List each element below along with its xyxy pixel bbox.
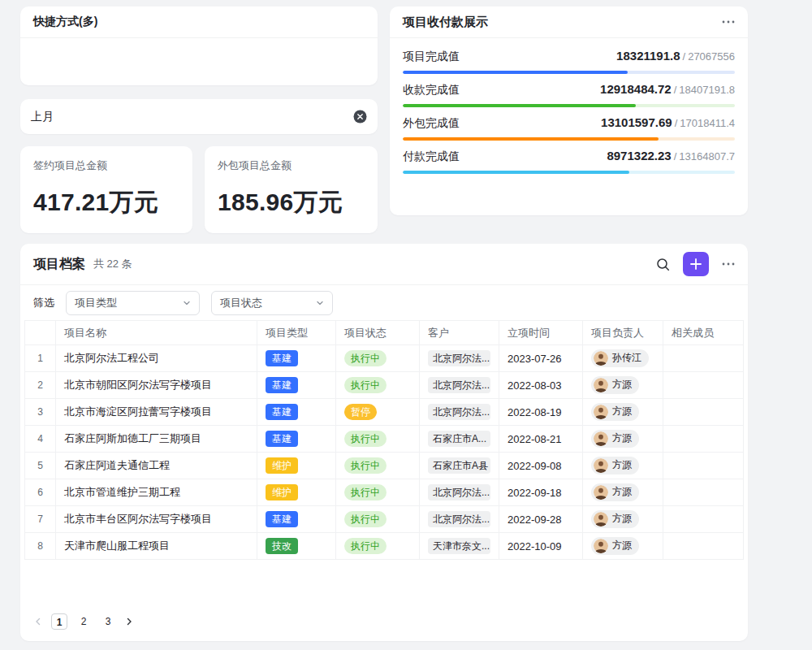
- projects-card-header: 项目档案 共 22 条: [20, 244, 748, 284]
- avatar: [594, 378, 608, 392]
- row-index: 8: [25, 533, 56, 560]
- col-members[interactable]: 相关成员: [663, 321, 744, 345]
- metric-values: 12918484.72/18407191.8: [600, 82, 735, 96]
- add-record-button[interactable]: [683, 252, 709, 276]
- col-customer[interactable]: 客户: [420, 321, 499, 345]
- table-actions: [656, 252, 735, 276]
- project-name-cell[interactable]: 北京市朝阳区阿尔法写字楼项目: [56, 372, 257, 399]
- col-status[interactable]: 项目状态: [336, 321, 420, 345]
- members-cell[interactable]: [663, 479, 744, 506]
- progress-track: [403, 171, 735, 174]
- owner-name: 方源: [612, 485, 632, 499]
- metric-label: 收款完成值: [403, 83, 460, 98]
- project-name-cell[interactable]: 北京阿尔法工程公司: [56, 345, 257, 372]
- members-cell[interactable]: [663, 372, 744, 399]
- customer-tag: 北京阿尔法...: [428, 350, 490, 366]
- prev-page-icon[interactable]: [33, 617, 43, 626]
- shortcuts-card: 快捷方式(多): [20, 6, 378, 85]
- start-date-cell[interactable]: 2023-07-26: [499, 345, 583, 372]
- col-name[interactable]: 项目名称: [56, 321, 257, 345]
- row-index: 1: [25, 345, 56, 372]
- project-type-filter[interactable]: 项目类型: [66, 291, 200, 315]
- progress-fill: [403, 104, 636, 107]
- start-date-cell[interactable]: 2022-09-08: [499, 453, 583, 479]
- quick-filter-bar[interactable]: 上月: [20, 99, 378, 134]
- start-date-cell[interactable]: 2022-08-03: [499, 372, 583, 399]
- table-row[interactable]: 6 北京市管道维护三期工程 维护 执行中 北京阿尔法... 2022-09-18…: [25, 479, 744, 506]
- metric-values: 18321191.8/27067556: [616, 49, 735, 63]
- table-row[interactable]: 7 北京市丰台区阿尔法写字楼项目 基建 执行中 北京阿尔法... 2022-09…: [25, 506, 744, 533]
- owner-name: 方源: [612, 378, 632, 392]
- owner-chip: 方源: [591, 430, 639, 448]
- table-header-row: 项目名称 项目类型 项目状态 客户 立项时间 项目负责人 相关成员: [25, 321, 744, 345]
- row-index: 2: [25, 372, 56, 399]
- project-status-badge: 执行中: [344, 431, 387, 447]
- project-name-cell[interactable]: 天津市爬山服工程项目: [56, 533, 257, 560]
- project-type-filter-label: 项目类型: [75, 296, 117, 310]
- projects-table: 项目名称 项目类型 项目状态 客户 立项时间 项目负责人 相关成员 1 北京阿尔…: [24, 320, 744, 560]
- members-cell[interactable]: [663, 345, 744, 372]
- project-status-filter-label: 项目状态: [220, 296, 262, 310]
- table-row[interactable]: 1 北京阿尔法工程公司 基建 执行中 北京阿尔法... 2023-07-26 孙…: [25, 345, 744, 372]
- members-cell[interactable]: [663, 533, 744, 560]
- project-name-cell[interactable]: 北京市海淀区阿拉蕾写字楼项目: [56, 399, 257, 426]
- members-cell[interactable]: [663, 506, 744, 533]
- outsourced-amount-value: 185.96万元: [218, 186, 365, 219]
- owner-name: 方源: [612, 512, 632, 526]
- search-icon[interactable]: [656, 258, 670, 271]
- start-date-cell[interactable]: 2022-09-18: [499, 479, 583, 506]
- chevron-down-icon: [316, 299, 324, 307]
- start-date-cell[interactable]: 2022-09-28: [499, 506, 583, 533]
- metric-values: 8971322.23/13164807.7: [607, 149, 735, 162]
- project-status-badge: 执行中: [344, 350, 387, 366]
- outsourced-amount-label: 外包项目总金额: [218, 158, 365, 173]
- progress-track: [403, 71, 735, 74]
- signed-amount-label: 签约项目总金额: [33, 158, 179, 173]
- project-name-cell[interactable]: 北京市管道维护三期工程: [56, 479, 257, 506]
- col-index: [25, 321, 56, 345]
- table-row[interactable]: 2 北京市朝阳区阿尔法写字楼项目 基建 执行中 北京阿尔法... 2022-08…: [25, 372, 744, 399]
- table-row[interactable]: 5 石家庄阿道夫通信工程 维护 执行中 石家庄市A县 2022-09-08 方源: [25, 453, 744, 479]
- more-icon[interactable]: [722, 20, 735, 24]
- project-name-cell[interactable]: 北京市丰台区阿尔法写字楼项目: [56, 506, 257, 533]
- members-cell[interactable]: [663, 453, 744, 479]
- owner-chip: 方源: [591, 403, 639, 421]
- clear-filter-icon[interactable]: [353, 110, 367, 124]
- page-button-2[interactable]: 2: [76, 613, 92, 630]
- owner-chip: 孙传江: [591, 349, 649, 367]
- avatar: [594, 405, 608, 419]
- payments-card-header: 项目收付款展示: [390, 6, 748, 38]
- payments-body: 项目完成值 18321191.8/27067556 收款完成值 12918484…: [390, 38, 748, 174]
- payment-metric-row: 项目完成值 18321191.8/27067556: [403, 49, 735, 74]
- payments-card: 项目收付款展示 项目完成值 18321191.8/27067556 收款完成值 …: [390, 6, 748, 215]
- project-name-cell[interactable]: 石家庄阿道夫通信工程: [56, 453, 257, 479]
- page-button-1[interactable]: 1: [51, 613, 67, 630]
- progress-track: [403, 104, 735, 107]
- owner-name: 方源: [612, 458, 632, 472]
- members-cell[interactable]: [663, 399, 744, 426]
- page-button-3[interactable]: 3: [100, 613, 116, 630]
- owner-name: 方源: [612, 405, 632, 418]
- start-date-cell[interactable]: 2022-08-19: [499, 399, 583, 426]
- project-type-badge: 基建: [266, 511, 298, 527]
- more-icon[interactable]: [722, 262, 735, 266]
- owner-chip: 方源: [591, 457, 639, 474]
- start-date-cell[interactable]: 2022-10-09: [499, 533, 583, 560]
- chevron-down-icon: [183, 299, 191, 307]
- metric-label: 外包完成值: [403, 116, 460, 131]
- pagination: 1 2 3: [33, 613, 134, 630]
- table-row[interactable]: 8 天津市爬山服工程项目 技改 执行中 天津市奈文... 2022-10-09 …: [25, 533, 744, 560]
- table-row[interactable]: 3 北京市海淀区阿拉蕾写字楼项目 基建 暂停 北京阿尔法... 2022-08-…: [25, 399, 744, 426]
- table-row[interactable]: 4 石家庄阿斯加德工厂三期项目 基建 执行中 石家庄市A... 2022-08-…: [25, 426, 744, 453]
- start-date-cell[interactable]: 2022-08-21: [499, 426, 583, 453]
- project-name-cell[interactable]: 石家庄阿斯加德工厂三期项目: [56, 426, 257, 453]
- project-status-filter[interactable]: 项目状态: [211, 291, 333, 315]
- col-type[interactable]: 项目类型: [257, 321, 336, 345]
- col-date[interactable]: 立项时间: [499, 321, 583, 345]
- customer-tag: 北京阿尔法...: [428, 377, 490, 393]
- owner-name: 孙传江: [612, 351, 641, 365]
- next-page-icon[interactable]: [124, 617, 134, 626]
- customer-tag: 石家庄市A县: [428, 457, 490, 474]
- col-owner[interactable]: 项目负责人: [583, 321, 663, 345]
- members-cell[interactable]: [663, 426, 744, 453]
